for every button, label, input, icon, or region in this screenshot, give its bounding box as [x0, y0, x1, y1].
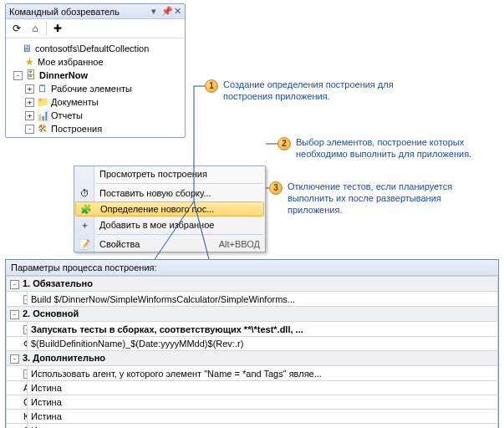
- expander-icon[interactable]: +: [25, 84, 34, 94]
- section-basic-label: 2. Основной: [23, 308, 79, 318]
- callout-badge-2: 2: [277, 137, 291, 150]
- row-numfmt-value[interactable]: $(BuildDefinitionName)_$(Date:yyyyMMdd)$…: [28, 337, 498, 351]
- tree-builds-label: Построения: [51, 124, 102, 134]
- row-map-label: Сопоставление наб...: [23, 397, 28, 407]
- new-query-icon: ✚: [53, 23, 62, 34]
- menu-add-to-favorites[interactable]: ＋ Добавить в мое избранное: [74, 217, 265, 232]
- menu-new-build-definition[interactable]: 🧩 Определение нового пос...: [75, 201, 264, 217]
- menu-view-builds-label: Просмотреть построения: [99, 169, 207, 179]
- row-copy-label: Копировать файлы...: [23, 411, 28, 421]
- row-create-workitem[interactable]: Создать рабочий э... Истина: [7, 424, 498, 429]
- menu-separator: [96, 234, 263, 235]
- row-analyze-impact[interactable]: Анализировать вли... Истина: [7, 381, 498, 395]
- tree-documents-label: Документы: [51, 97, 99, 107]
- row-expander[interactable]: +: [23, 325, 28, 334]
- section-expander[interactable]: -: [10, 280, 19, 289]
- queue-icon: ⏱: [78, 188, 91, 198]
- menu-queue-build-label: Поставить новую сборку...: [99, 188, 211, 198]
- grid-title: Параметры процесса построения:: [6, 260, 498, 276]
- menu-add-fav-label: Добавить в мое избранное: [99, 220, 214, 230]
- tree-favorites-node[interactable]: ★ Мое избранное: [8, 55, 183, 69]
- row-analyze-label: Анализировать вли...: [23, 383, 28, 393]
- team-explorer-panel: Командный обозреватель ▾ 📌 ✕ ⟳ ⌂ ✚ 🖥 con…: [5, 3, 186, 138]
- refresh-button[interactable]: ⟳: [9, 21, 24, 36]
- row-map-value[interactable]: Истина: [28, 395, 498, 410]
- section-required[interactable]: -1. Обязательно: [7, 277, 498, 292]
- section-expander[interactable]: -: [10, 310, 19, 319]
- tree-favorites-label: Мое избранное: [38, 57, 104, 67]
- menu-properties-shortcut: Alt+ВВОД: [219, 239, 260, 249]
- expander-icon[interactable]: +: [25, 98, 34, 107]
- row-expander[interactable]: +: [23, 295, 28, 304]
- row-copy-value[interactable]: Истина: [28, 410, 498, 424]
- callout-badge-1: 1: [205, 79, 218, 93]
- section-basic[interactable]: -2. Основной: [7, 307, 498, 322]
- folder-icon: 📁: [37, 96, 48, 108]
- tree-project-node[interactable]: - 🗄 DinnerNow: [8, 69, 183, 82]
- build-process-parameters-grid: Параметры процесса построения: -1. Обяза…: [5, 259, 499, 428]
- tree-workitems-node[interactable]: + 🗒 Рабочие элементы: [8, 82, 183, 95]
- tree-builds-node[interactable]: - 🛠 Построения: [8, 122, 183, 135]
- reports-icon: 📊: [37, 110, 48, 121]
- home-icon: ⌂: [32, 23, 38, 34]
- callout-2-text: Выбор элементов, построение которых необ…: [296, 137, 493, 160]
- tree-project-label: DinnerNow: [39, 70, 88, 80]
- close-icon[interactable]: ✕: [173, 6, 181, 17]
- panel-titlebar[interactable]: Командный обозреватель ▾ 📌 ✕: [6, 4, 185, 19]
- tree-workitems-label: Рабочие элементы: [51, 84, 132, 94]
- tree-server-label: contosotfs\DefaultCollection: [35, 43, 149, 54]
- section-advanced-label: 3. Дополнительно: [23, 353, 105, 363]
- section-expander[interactable]: -: [10, 354, 19, 364]
- row-analyze-value[interactable]: Истина: [28, 381, 498, 395]
- home-button[interactable]: ⌂: [28, 21, 43, 36]
- callout-1: 1 Создание определения построения для по…: [205, 79, 397, 103]
- row-items-value[interactable]: Build $/DinnerNow/SimpleWinformsCalculat…: [28, 292, 498, 307]
- dropdown-icon[interactable]: ▾: [150, 6, 158, 17]
- server-icon: 🖥: [21, 43, 33, 54]
- tree-server-node[interactable]: 🖥 contosotfs\DefaultCollection: [8, 42, 183, 55]
- row-expander[interactable]: +: [23, 369, 28, 379]
- expander-icon[interactable]: +: [25, 111, 34, 120]
- row-map-labels[interactable]: Сопоставление наб... Истина: [7, 395, 498, 410]
- panel-toolbar: ⟳ ⌂ ✚: [6, 19, 185, 38]
- expander-icon[interactable]: -: [13, 71, 23, 80]
- row-automated-tests[interactable]: +Автоматические те... Запускать тесты в …: [7, 322, 498, 337]
- section-advanced[interactable]: -3. Дополнительно: [7, 351, 498, 366]
- menu-properties-label: Свойства: [99, 239, 140, 249]
- row-agent-value[interactable]: Использовать агент, у которого элемент "…: [28, 366, 498, 381]
- properties-icon: 📝: [78, 239, 91, 250]
- menu-view-builds[interactable]: Просмотреть построения: [74, 166, 265, 181]
- refresh-icon: ⟳: [13, 23, 21, 34]
- builds-icon: 🛠: [37, 123, 48, 135]
- row-numfmt-label: Формат номера пос...: [23, 339, 28, 349]
- callout-badge-3: 3: [269, 181, 283, 195]
- tree-documents-node[interactable]: + 📁 Документы: [8, 95, 183, 109]
- row-items-to-build[interactable]: +Элементы для пос... Build $/DinnerNow/S…: [7, 292, 498, 307]
- row-copy-files[interactable]: Копировать файлы... Истина: [7, 410, 498, 424]
- callout-3: 3 Отключение тестов, если планируется вы…: [269, 181, 493, 216]
- menu-new-def-label: Определение нового пос...: [100, 204, 214, 214]
- row-autotests-value[interactable]: Запускать тесты в сборках, соответствующ…: [28, 322, 498, 337]
- expander-icon[interactable]: -: [25, 125, 34, 134]
- new-query-button[interactable]: ✚: [50, 21, 65, 36]
- tree-reports-label: Отчеты: [51, 110, 83, 120]
- panel-title: Командный обозреватель: [9, 7, 146, 17]
- callout-1-text: Создание определения построения для пост…: [223, 79, 397, 103]
- builds-context-menu: Просмотреть построения ⏱ Поставить новую…: [74, 166, 266, 252]
- workitems-icon: 🗒: [37, 83, 48, 94]
- pin-icon[interactable]: 📌: [161, 6, 170, 17]
- menu-properties[interactable]: 📝 Свойства Alt+ВВОД: [74, 237, 265, 252]
- tree-reports-node[interactable]: + 📊 Отчеты: [8, 109, 183, 122]
- row-wi-value[interactable]: Истина: [28, 424, 498, 429]
- project-tree: 🖥 contosotfs\DefaultCollection ★ Мое изб…: [6, 38, 185, 137]
- callout-2: 2 Выбор элементов, построение которых не…: [277, 137, 493, 160]
- row-agent-params[interactable]: +Параметры агента Использовать агент, у …: [7, 366, 498, 381]
- section-required-label: 1. Обязательно: [23, 278, 93, 288]
- database-icon: 🗄: [25, 69, 37, 81]
- add-fav-icon: ＋: [78, 219, 91, 232]
- callout-3-text: Отключение тестов, если планируется выпо…: [288, 181, 493, 216]
- new-def-icon: 🧩: [79, 204, 93, 215]
- menu-queue-build[interactable]: ⏱ Поставить новую сборку...: [74, 186, 265, 201]
- row-number-format[interactable]: Формат номера пос... $(BuildDefinitionNa…: [7, 337, 498, 351]
- menu-separator: [96, 183, 263, 184]
